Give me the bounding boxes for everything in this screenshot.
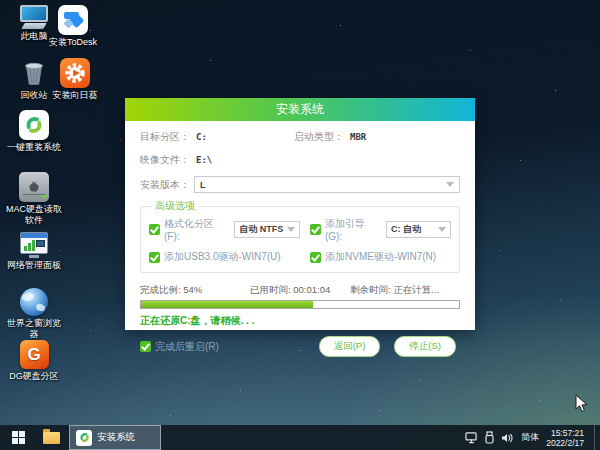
taskbar-clock[interactable]: 15:57:21 2022/2/17: [546, 428, 587, 448]
usb-tray-icon[interactable]: [485, 431, 494, 444]
desktop-icon-mac-disk[interactable]: MAC硬盘读取软件: [4, 172, 64, 226]
chevron-down-icon: [438, 227, 446, 232]
sunflower-icon: [60, 58, 90, 88]
nvme-driver-label: 添加NVME驱动-WIN7(N): [325, 250, 436, 264]
taskbar-app-label: 安装系统: [97, 431, 135, 444]
remaining-time-label: 剩余时间: 正在计算...: [350, 284, 460, 297]
desktop-icon-todesk[interactable]: 安装ToDesk: [42, 5, 104, 48]
desktop-icon-label: 网络管理面板: [7, 260, 61, 271]
nvme-driver-checkbox[interactable]: [310, 252, 321, 263]
mac-disk-icon: [19, 172, 49, 202]
install-version-label: 安装版本：: [140, 178, 190, 192]
volume-tray-icon[interactable]: [501, 432, 514, 444]
mouse-cursor: [575, 394, 588, 413]
back-button[interactable]: 返回(P): [319, 336, 381, 357]
start-button[interactable]: [0, 425, 36, 450]
desktop-icon-diskgenius[interactable]: G DG硬盘分区: [4, 340, 64, 382]
star-field: [0, 0, 1, 1]
restart-after-label: 完成后重启(R): [155, 340, 219, 354]
taskbar: 安装系统 简体: [0, 425, 600, 450]
usb3-driver-label: 添加USB3.0驱动-WIN7(U): [164, 250, 281, 264]
format-partition-label: 格式化分区(F):: [164, 217, 229, 242]
add-boot-value: C: 自动: [391, 223, 438, 236]
desktop-icon-label: 安装向日葵: [53, 90, 98, 101]
desktop-icon-network-panel[interactable]: 网络管理面板: [2, 232, 66, 271]
progress-fill: [141, 301, 313, 308]
install-system-app-icon: [76, 430, 92, 446]
advanced-options-legend: 高级选项: [151, 199, 199, 213]
restart-after-checkbox[interactable]: [140, 341, 151, 352]
chevron-down-icon: [287, 227, 295, 232]
ime-indicator[interactable]: 简体: [521, 431, 539, 444]
diskgenius-icon: G: [20, 340, 49, 369]
clock-time: 15:57:21: [546, 428, 584, 438]
elapsed-time-label: 已用时间: 00:01:04: [250, 284, 350, 297]
reinstall-system-icon: [19, 110, 49, 140]
boot-type-label: 启动类型：: [294, 130, 344, 144]
desktop-icon-label: MAC硬盘读取软件: [4, 204, 64, 226]
image-file-value: E:\: [196, 155, 212, 165]
desktop-icon-label: DG硬盘分区: [9, 371, 59, 382]
install-version-value: L: [200, 180, 446, 190]
desktop-icon-label: 安装ToDesk: [49, 37, 97, 48]
desktop-icon-reinstall[interactable]: 一键重装系统: [2, 110, 66, 153]
boot-type-value: MBR: [350, 132, 366, 142]
dialog-titlebar[interactable]: 安装系统: [125, 98, 475, 121]
install-system-dialog: 安装系统 目标分区： C: 启动类型： MBR 映像文件： E:\ 安装版本： …: [125, 98, 475, 330]
dialog-title: 安装系统: [276, 101, 324, 118]
progress-bar: [140, 300, 460, 309]
show-desktop-button[interactable]: [594, 425, 598, 450]
network-panel-icon: [20, 232, 48, 258]
usb3-driver-checkbox[interactable]: [149, 252, 160, 263]
progress-percent-label: 完成比例: 54%: [140, 284, 250, 297]
todesk-icon: [58, 5, 88, 35]
windows-logo-icon: [12, 431, 25, 444]
add-boot-label: 添加引导(G):: [325, 217, 381, 242]
add-boot-select[interactable]: C: 自动: [386, 221, 451, 238]
format-partition-checkbox[interactable]: [149, 224, 160, 235]
restore-status-text: 正在还原C:盘，请稍候. . .: [140, 314, 460, 328]
advanced-options-group: 高级选项 格式化分区(F): 自动 NTFS 添加引导(G):: [140, 199, 460, 273]
desktop-icon-browser[interactable]: 世界之窗浏览器: [4, 288, 64, 340]
desktop: 此电脑 安装ToDesk 回收站 安装向日葵: [0, 0, 600, 450]
browser-globe-icon: [20, 288, 48, 316]
taskbar-active-app[interactable]: 安装系统: [69, 425, 161, 450]
clock-date: 2022/2/17: [546, 438, 584, 448]
desktop-icon-label: 世界之窗浏览器: [4, 318, 64, 340]
image-file-label: 映像文件：: [140, 153, 190, 167]
folder-icon: [43, 432, 60, 444]
target-partition-label: 目标分区：: [140, 130, 190, 144]
format-partition-value: 自动 NTFS: [239, 223, 287, 236]
format-partition-select[interactable]: 自动 NTFS: [234, 221, 300, 238]
chevron-down-icon: [446, 182, 454, 187]
install-version-select[interactable]: L: [194, 176, 460, 193]
network-tray-icon[interactable]: [465, 432, 478, 444]
file-explorer-button[interactable]: [36, 425, 66, 450]
desktop-icon-sunflower[interactable]: 安装向日葵: [44, 58, 106, 101]
desktop-icon-label: 一键重装系统: [7, 142, 61, 153]
target-partition-value: C:: [196, 132, 246, 142]
stop-button[interactable]: 停止(S): [394, 336, 456, 357]
add-boot-checkbox[interactable]: [310, 224, 321, 235]
